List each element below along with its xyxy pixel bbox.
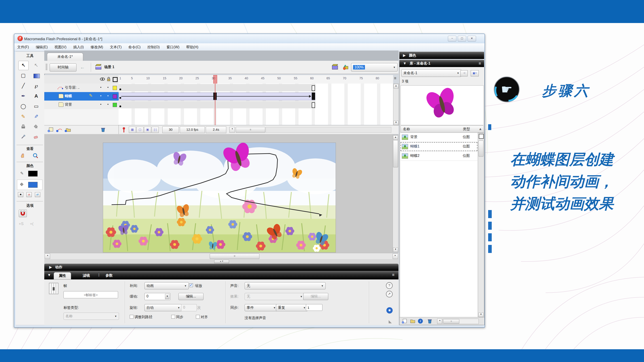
sync-checkbox[interactable]: 同步 (171, 315, 183, 320)
tween-combobox[interactable]: 动画▼ (144, 282, 189, 289)
ink-bottle-tool-icon[interactable] (20, 124, 26, 129)
scroll-left-icon[interactable]: ◂ (230, 127, 235, 133)
document-tab[interactable]: 未命名-1* (47, 53, 83, 61)
sound-combobox[interactable]: 无▼ (245, 282, 326, 289)
layer-row-butterfly-selected[interactable]: 蝴蝶 ✎ • • (44, 92, 119, 101)
menu-text[interactable]: 文本(T) (107, 43, 124, 50)
stroke-color-swatch[interactable] (28, 171, 38, 177)
selection-tool-icon[interactable]: ↖ (18, 61, 28, 70)
timeline-panel-menu-icon[interactable]: ≡ (394, 76, 396, 81)
layer-row-guide[interactable]: 引导层: .. • • (44, 84, 119, 92)
library-item-butterfly1-selected[interactable]: 蝴蝶1 位图 (400, 142, 478, 151)
layer-lock-dot[interactable]: • (107, 85, 109, 89)
scroll-down-icon[interactable]: ▼ (394, 121, 398, 125)
scroll-left-icon[interactable]: ◂ (437, 319, 442, 324)
stage-hscroll-thumb[interactable]: ≡ (210, 254, 260, 259)
layer-row-background[interactable]: 背景 • • (44, 100, 119, 109)
collapse-arrow-icon[interactable]: ▼ (48, 273, 51, 277)
sort-order-icon[interactable]: ▲ (478, 127, 482, 131)
edit-scene-icon[interactable] (332, 63, 338, 70)
rotate-count-field[interactable]: 0 (181, 304, 197, 311)
show-hide-eye-icon[interactable] (100, 77, 105, 81)
pen-tool-icon[interactable]: ✒ (18, 92, 28, 100)
library-hscroll-thumb[interactable]: ≡ (443, 319, 459, 324)
minimize-button[interactable]: − (448, 36, 456, 41)
back-arrow-icon[interactable]: ← (80, 64, 85, 70)
no-color-icon[interactable]: ⧄ (26, 192, 32, 197)
eyedropper-tool-icon[interactable] (20, 134, 26, 139)
default-colors-icon[interactable]: ■ (18, 192, 23, 197)
scroll-down-icon[interactable]: ▼ (393, 248, 398, 252)
brush-tool-icon[interactable]: ✎ (31, 112, 41, 121)
rectangle-tool-icon[interactable]: ▭ (31, 102, 41, 111)
line-tool-icon[interactable]: ╱ (18, 81, 28, 90)
effect-combobox[interactable]: 无▼ (245, 293, 304, 300)
layer-visibility-dot[interactable]: • (100, 85, 102, 89)
pencil-tool-icon[interactable]: ✎ (18, 112, 28, 121)
library-scrollbar[interactable]: ▼ (478, 133, 484, 318)
tab-properties[interactable]: 属性 (54, 272, 71, 280)
close-button[interactable]: ✕ (468, 36, 476, 41)
layer-color-swatch[interactable] (113, 94, 117, 98)
timeline-ruler[interactable]: 1 5 10 15 20 25 30 35 40 45 50 55 60 65 … (118, 75, 393, 84)
item-properties-icon[interactable]: i (418, 319, 423, 324)
scroll-up-icon[interactable]: ▲ (393, 135, 398, 140)
layer-lock-dot[interactable]: • (107, 102, 109, 106)
layer-lock-dot[interactable]: • (107, 94, 109, 98)
timeline-hscroll-track[interactable] (266, 127, 391, 133)
new-symbol-icon[interactable] (402, 318, 408, 324)
stage-vscroll-thumb[interactable] (393, 140, 398, 167)
ease-stepper[interactable]: 0 ▼ (144, 293, 170, 300)
snap-to-path-checkbox[interactable]: 调整到路径 (130, 315, 152, 320)
scene-label[interactable]: 场景 1 (104, 65, 114, 69)
layer-color-swatch[interactable] (113, 86, 117, 90)
timeline-hscroll-thumb[interactable]: ≡ (236, 127, 265, 133)
scroll-left-icon[interactable]: ◂ (45, 254, 50, 259)
zoom-level-combobox[interactable]: 100% ▼ (351, 63, 398, 71)
sync-combobox[interactable]: 事件▼ (245, 304, 278, 311)
column-name-header[interactable]: 名称 (403, 127, 410, 132)
edit-symbols-icon[interactable] (342, 63, 349, 70)
snap-to-objects-magnet-icon[interactable] (19, 210, 27, 217)
outline-view-icon[interactable] (113, 77, 118, 82)
timeline-vertical-scrollbar[interactable]: ▲ ▼ (393, 84, 399, 126)
frame-row-guide[interactable] (118, 84, 393, 92)
onion-skin-icon[interactable]: ▩ (129, 127, 136, 133)
stepper-arrow-icon[interactable]: ▼ (165, 294, 170, 299)
library-item-background[interactable]: 背景 位图 (400, 133, 478, 142)
insert-layer-icon[interactable] (48, 127, 54, 132)
menu-window[interactable]: 窗口(W) (164, 43, 182, 50)
panel-grip[interactable] (46, 64, 48, 71)
onion-skin-outlines-icon[interactable]: ▢ (136, 127, 144, 133)
layer-visibility-dot[interactable]: • (100, 94, 102, 98)
wide-view-toggle-icon[interactable] (479, 134, 484, 139)
menu-insert[interactable]: 插入(I) (70, 43, 86, 50)
swap-colors-icon[interactable]: ⇄ (35, 192, 40, 197)
ease-edit-button[interactable]: 编辑... (178, 293, 204, 300)
scroll-up-icon[interactable]: ▲ (394, 84, 398, 88)
library-hscroll-track[interactable]: ≡ (442, 319, 479, 324)
delete-layer-trash-icon[interactable] (100, 127, 106, 132)
edit-multiple-frames-icon[interactable]: ▣ (144, 127, 151, 133)
library-item-butterfly2[interactable]: 蝴蝶2 位图 (400, 151, 478, 160)
properties-panel-menu-icon[interactable]: ≡ (392, 273, 394, 277)
actions-panel-collapsed[interactable]: ▶ 动作 (44, 264, 398, 271)
layer-name[interactable]: 蝴蝶 (65, 94, 72, 98)
loop-count-input[interactable] (306, 304, 322, 311)
delete-item-trash-icon[interactable] (427, 318, 433, 324)
playhead-marker[interactable] (213, 75, 217, 84)
tab-filters[interactable]: 滤镜 (78, 272, 95, 279)
column-type-header[interactable]: 类型 (463, 127, 470, 132)
stage-horizontal-scrollbar[interactable]: ◂ ≡ ▸ (44, 253, 398, 259)
resize-grip-icon[interactable] (389, 320, 392, 323)
pin-library-icon[interactable]: ⊣ (460, 70, 468, 76)
add-motion-guide-icon[interactable] (56, 127, 62, 132)
new-library-panel-icon[interactable]: ▣+ (471, 70, 479, 76)
layer-name[interactable]: 背景 (65, 102, 72, 107)
hand-tool-icon[interactable] (20, 153, 26, 159)
new-folder-icon[interactable] (410, 318, 416, 324)
splitter-grip-icon[interactable]: ▲▼ (214, 260, 229, 263)
fill-color-swatch[interactable] (28, 182, 38, 188)
maximize-button[interactable]: ◻ (458, 36, 466, 41)
library-column-header[interactable]: 名称 类型 ▲ (400, 126, 484, 133)
